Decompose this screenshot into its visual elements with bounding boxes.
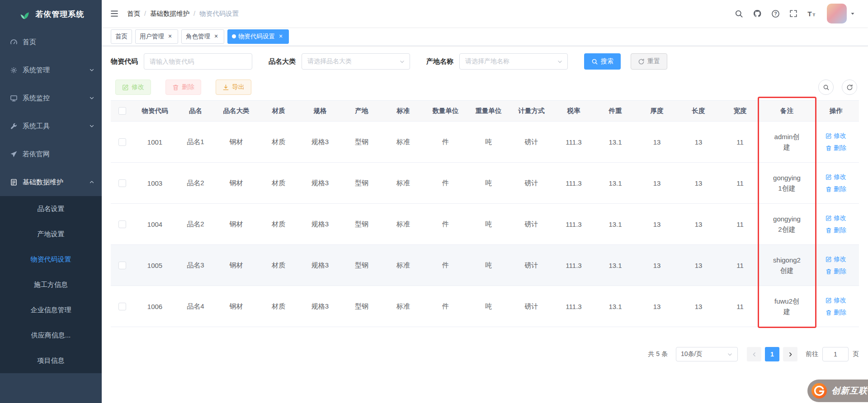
delete-button[interactable]: 删除 [165,80,201,95]
row-delete-button[interactable]: 删除 [826,185,846,193]
question-icon[interactable]: ? [771,9,780,18]
cell-tax-rate: 111.3 [553,122,594,163]
clipboard-icon [10,178,18,186]
row-edit-button[interactable]: 修改 [826,173,846,181]
edit-icon [826,297,832,304]
tab-role-management[interactable]: 角色管理 × [181,29,224,44]
row-delete-button[interactable]: 删除 [826,309,846,317]
category-select[interactable]: 请选择品名大类 [302,53,410,70]
cell-material: 材质 [258,163,299,204]
row-checkbox[interactable] [118,303,126,310]
table-row[interactable]: 1005 品名3 钢材 材质 规格3 型钢 标准 件 吨 磅计 111.3 13… [111,245,859,286]
app-logo[interactable]: 若依管理系统 [0,0,102,28]
reset-button[interactable]: 重置 [631,53,667,70]
row-checkbox[interactable] [118,179,126,187]
column-header: 税率 [553,101,594,122]
cell-measure-method: 磅计 [510,286,553,327]
prev-page-button[interactable] [747,347,761,361]
cell-checkbox [111,286,133,327]
cell-material: 材质 [258,204,299,245]
tab-material-code-settings[interactable]: 物资代码设置 × [227,29,289,44]
edit-button[interactable]: 修改 [115,80,151,95]
table-row[interactable]: 1003 品名2 钢材 材质 规格3 型钢 标准 件 吨 磅计 111.3 13… [111,163,859,204]
svg-text:?: ? [774,11,777,16]
sidebar-item-system-monitor[interactable]: 系统监控 [0,84,102,112]
breadcrumb: 首页 / 基础数据维护 / 物资代码设置 [127,9,239,18]
cell-piece-weight: 13.1 [594,286,636,327]
sidebar-item-project-info[interactable]: 项目信息 [0,348,102,373]
row-delete-button[interactable]: 删除 [826,226,846,234]
pagination: 共 5 条 10条/页 1 前往 页 [111,347,859,361]
sidebar-item-enterprise-info[interactable]: 企业信息管理 [0,297,102,323]
cell-qty-unit: 件 [424,204,467,245]
orange-swirl-logo-icon [811,383,827,399]
sidebar-item-home[interactable]: 首页 [0,28,102,56]
row-delete-button[interactable]: 删除 [826,144,846,152]
sidebar-item-constructor-info[interactable]: 施工方信息 [0,272,102,297]
next-page-button[interactable] [783,347,797,361]
row-edit-button[interactable]: 修改 [826,255,846,263]
delete-icon [826,145,832,151]
row-checkbox[interactable] [118,138,126,146]
row-edit-button[interactable]: 修改 [826,214,846,222]
goto-page-input[interactable] [822,347,849,361]
cell-piece-weight: 13.1 [594,122,636,163]
toggle-search-button[interactable] [818,80,834,95]
breadcrumb-base-data[interactable]: 基础数据维护 [150,9,189,18]
tab-user-management[interactable]: 用户管理 × [135,29,178,44]
github-icon[interactable] [753,9,762,18]
column-header: 备注 [761,101,813,122]
sidebar-item-base-data-maintenance[interactable]: 基础数据维护 [0,168,102,196]
table-row[interactable]: 1006 品名4 钢材 材质 规格3 型钢 标准 件 吨 磅计 111.3 13… [111,286,859,327]
sidebar-item-material-code-settings[interactable]: 物资代码设置 [0,247,102,272]
row-delete-button[interactable]: 删除 [826,267,846,276]
chevron-down-icon [89,123,94,129]
font-size-icon[interactable]: TT [807,9,816,18]
search-button[interactable]: 搜索 [584,53,621,70]
cell-qty-unit: 件 [424,122,467,163]
cell-length: 13 [678,286,719,327]
hamburger-icon[interactable] [110,9,119,18]
cell-material-code: 1005 [133,245,176,286]
row-edit-button[interactable]: 修改 [826,296,846,305]
search-icon[interactable] [735,9,743,18]
page-number-button[interactable]: 1 [765,347,779,361]
row-checkbox[interactable] [118,220,126,228]
select-all-checkbox[interactable] [118,107,126,115]
page-size-select[interactable]: 10条/页 [676,347,738,361]
user-menu[interactable] [827,4,855,23]
table-row[interactable]: 1004 品名2 钢材 材质 规格3 型钢 标准 件 吨 磅计 111.3 13… [111,204,859,245]
table-row[interactable]: 1001 品名1 钢材 材质 规格3 型钢 标准 件 吨 磅计 111.3 13… [111,122,859,163]
sidebar-item-system-tools[interactable]: 系统工具 [0,112,102,140]
material-code-input[interactable] [144,53,252,70]
page-unit-label: 页 [853,350,859,358]
cell-length: 13 [678,163,719,204]
sidebar-item-product-name-settings[interactable]: 品名设置 [0,196,102,221]
export-button[interactable]: 导出 [216,80,251,95]
sidebar-item-system-management[interactable]: 系统管理 [0,56,102,84]
cell-standard: 标准 [382,286,424,327]
cell-standard: 标准 [382,204,424,245]
row-checkbox[interactable] [118,262,126,269]
delete-icon [826,268,832,275]
cell-checkbox [111,245,133,286]
sidebar-item-origin-settings[interactable]: 产地设置 [0,221,102,247]
sidebar-item-supplier-info[interactable]: 供应商信息... [0,323,102,348]
close-icon[interactable]: × [212,33,220,40]
refresh-table-button[interactable] [842,80,857,95]
row-edit-button[interactable]: 修改 [826,132,846,140]
breadcrumb-separator: / [193,10,195,17]
svg-text:T: T [807,10,812,18]
cell-standard: 标准 [382,245,424,286]
breadcrumb-home[interactable]: 首页 [127,9,140,18]
sidebar-item-ruoyi-website[interactable]: 若依官网 [0,140,102,168]
cell-length: 13 [678,204,719,245]
tab-home[interactable]: 首页 [111,29,132,44]
table-header-row: 物资代码品名品名大类材质规格产地标准数量单位重量单位计量方式税率件重厚度长度宽度… [111,101,859,122]
origin-select[interactable]: 请选择产地名称 [459,53,568,70]
close-icon[interactable]: × [277,33,284,40]
active-tab-dot [232,34,236,38]
fullscreen-icon[interactable] [789,9,797,18]
close-icon[interactable]: × [166,33,174,40]
material-code-table: 物资代码品名品名大类材质规格产地标准数量单位重量单位计量方式税率件重厚度长度宽度… [111,100,859,327]
